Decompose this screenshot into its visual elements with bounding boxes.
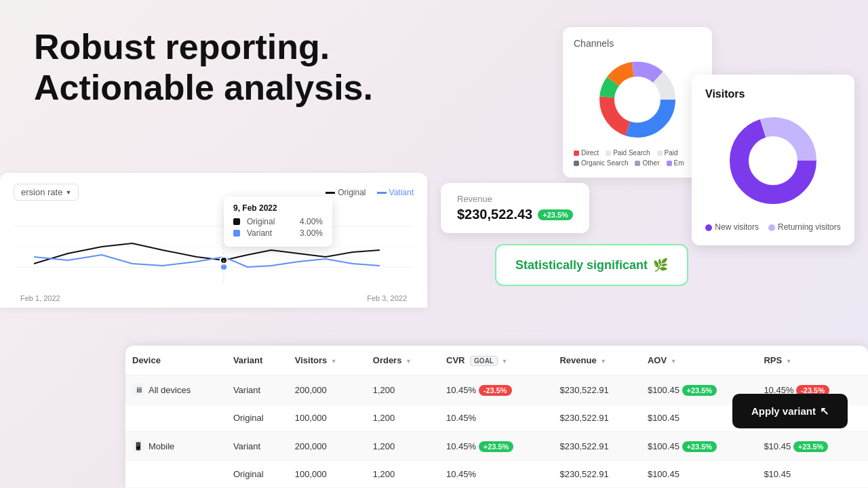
tooltip-row-variant: Variant 3.00% [233, 228, 323, 238]
cell-orders: 1,200 [366, 405, 439, 432]
stat-sig-text: Statistically significant 🌿 [515, 258, 668, 272]
channels-card: Channels Direct Paid Search Paid Organic… [563, 27, 712, 178]
cell-variant: Variant [226, 432, 288, 461]
cell-orders: 1,200 [366, 432, 439, 461]
revenue-card: Revenue $230,522.43 +23.5% [441, 183, 589, 233]
tooltip-row-original: Original 4.00% [233, 217, 323, 226]
stat-sig-card: Statistically significant 🌿 [495, 244, 688, 286]
cell-rps: $10.45 +23.5% [757, 432, 868, 461]
cell-revenue: $230,522.91 [553, 405, 640, 432]
cell-cvr: 10.45% -23.5% [439, 375, 553, 405]
cell-device [125, 405, 226, 432]
chart-header: ersion rate ▼ Original Vatiant [14, 184, 414, 201]
apply-variant-label: Apply variant [751, 405, 816, 417]
line-chart [14, 206, 414, 287]
chart-dates: Feb 1, 2022 Feb 3, 2022 [14, 294, 414, 302]
cell-cvr: 10.45% [439, 405, 553, 432]
channels-donut [574, 56, 701, 144]
device-icon-all: 🖥 [132, 384, 144, 396]
table-row: 📱 Mobile Variant 200,000 1,200 10.45% +2… [125, 432, 868, 461]
cell-cvr: 10.45% [439, 461, 553, 488]
cell-orders: 1,200 [366, 461, 439, 488]
cell-variant: Variant [226, 375, 288, 405]
chart-filter-btn[interactable]: ersion rate ▼ [14, 184, 79, 201]
svg-point-6 [619, 81, 656, 118]
channels-legend: Direct Paid Search Paid Organic Search O… [574, 149, 701, 167]
cvr-badge: -23.5% [479, 385, 512, 396]
table-row: Original 100,000 1,200 10.45% $230,522.9… [125, 461, 868, 488]
cell-visitors: 200,000 [288, 375, 366, 405]
cell-revenue: $230,522.91 [553, 375, 640, 405]
tooltip-date: 9, Feb 2022 [233, 203, 323, 213]
col-aov[interactable]: AOV ▼ [641, 346, 757, 375]
chart-tooltip: 9, Feb 2022 Original 4.00% Variant 3.00% [224, 197, 332, 247]
hero-section: Robust reporting. Actionable analysis. [34, 27, 373, 108]
visitors-legend: New visitors Returning visitors [705, 222, 841, 232]
cell-visitors: 100,000 [288, 461, 366, 488]
cell-aov: $100.45 +23.5% [641, 432, 757, 461]
cell-revenue: $230,522.91 [553, 432, 640, 461]
rps-badge: +23.5% [793, 441, 829, 452]
apply-variant-button[interactable]: Apply variant ↖ [732, 394, 848, 428]
visitors-donut [705, 110, 841, 211]
revenue-amount: $230,522.43 +23.5% [457, 207, 573, 222]
cursor-icon: ↖ [820, 405, 829, 418]
cell-visitors: 200,000 [288, 432, 366, 461]
cell-variant: Original [226, 461, 288, 488]
cell-device [125, 461, 226, 488]
cell-visitors: 100,000 [288, 405, 366, 432]
cell-aov: $100.45 [641, 461, 757, 488]
svg-point-9 [751, 139, 795, 182]
cell-device: 📱 Mobile [125, 432, 226, 461]
revenue-badge: +23.5% [538, 209, 573, 220]
chart-container: ersion rate ▼ Original Vatiant Feb 1, 20… [0, 173, 427, 308]
cell-revenue: $230,522.91 [553, 461, 640, 488]
cell-device: 🖥 All devices [125, 375, 226, 405]
aov-badge: +23.5% [682, 385, 717, 396]
col-visitors[interactable]: Visitors ▼ [288, 346, 366, 375]
col-rps[interactable]: RPS ▼ [757, 346, 868, 375]
revenue-label: Revenue [457, 194, 573, 204]
hero-line1: Robust reporting. [34, 27, 373, 68]
device-icon-mobile: 📱 [132, 440, 144, 452]
chart-legend: Original Vatiant [326, 188, 414, 197]
cell-rps: $10.45 [757, 461, 868, 488]
cell-orders: 1,200 [366, 375, 439, 405]
hero-line2: Actionable analysis. [34, 68, 373, 108]
cell-cvr: 10.45% +23.5% [439, 432, 553, 461]
returning-visitors-label: Returning visitors [778, 222, 841, 232]
col-device: Device [125, 346, 226, 375]
cell-variant: Original [226, 405, 288, 432]
channels-title: Channels [574, 38, 701, 49]
col-cvr[interactable]: CVR GOAL ▼ [439, 346, 553, 375]
col-variant: Variant [226, 346, 288, 375]
new-visitors-label: New visitors [715, 222, 759, 232]
visitors-card: Visitors New visitors Returning visitors [692, 75, 854, 245]
aov-badge: +23.5% [682, 441, 717, 452]
cvr-badge: +23.5% [479, 441, 514, 452]
col-orders[interactable]: Orders ▼ [366, 346, 439, 375]
col-revenue[interactable]: Revenue ▼ [553, 346, 640, 375]
visitors-title: Visitors [705, 88, 841, 100]
